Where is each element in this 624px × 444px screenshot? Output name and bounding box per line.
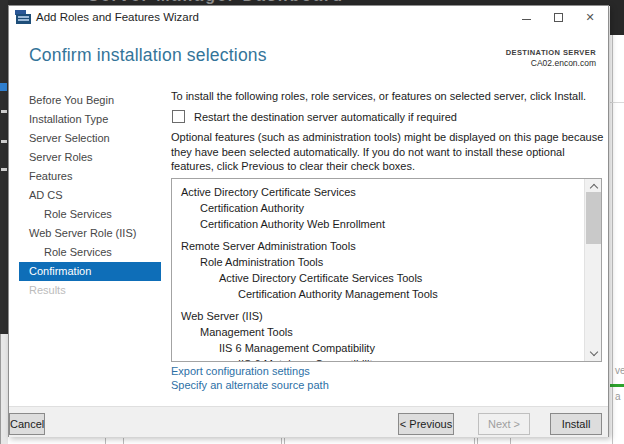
selections-list: Active Directory Certificate ServicesCer… [172,181,584,361]
selection-item: Role Administration Tools [172,254,584,270]
selection-item: Active Directory Certificate Services To… [172,270,584,286]
wizard-button[interactable]: < Previous [398,413,454,435]
sidebar-step-item[interactable]: Web Server Role (IIS) [19,224,161,243]
scroll-down-button[interactable] [585,346,602,361]
background-text-mark [1,140,7,143]
selection-item: Active Directory Certificate Services [172,184,584,200]
background-table-line [474,438,475,444]
selection-item: Certification Authority [172,200,584,216]
optional-features-note: Optional features (such as administratio… [171,130,609,174]
background-left-bottom [0,334,8,444]
wizard-button[interactable]: Cancel [9,413,45,435]
confirmation-panel: To install the following roles, role ser… [171,6,610,438]
background-table-line [123,438,124,444]
selection-item: Management Tools [172,324,584,340]
sidebar-step-item[interactable]: Server Selection [19,129,161,148]
background-table-line [105,438,106,444]
add-roles-features-wizard-dialog: Add Roles and Features Wizard ✕ Confirm … [8,5,609,437]
wizard-button[interactable]: Install [550,413,602,435]
selection-item: IIS 6 Management Compatibility [172,340,584,356]
selection-item: Certification Authority Web Enrollment [172,216,584,232]
sidebar-step-item[interactable]: Server Roles [19,148,161,167]
action-links: Export configuration settingsSpecify an … [171,364,329,392]
wizard-steps-sidebar: Before You BeginInstallation TypeServer … [19,91,161,300]
background-selected-mark [0,83,7,91]
sidebar-step-item[interactable]: Before You Begin [19,91,161,110]
sidebar-step-item[interactable]: Results [19,281,161,300]
background-text-mark [1,110,7,113]
background-vertical-rule [612,35,613,444]
background-text-mark [1,168,7,171]
restart-checkbox-label: Restart the destination server automatic… [194,111,457,123]
listbox-scrollbar[interactable] [584,179,601,361]
action-link[interactable]: Specify an alternate source path [171,378,329,392]
background-text-fragment: ve [615,365,624,376]
restart-checkbox-row: Restart the destination server automatic… [172,110,457,123]
restart-checkbox[interactable] [172,110,185,123]
selection-item: Web Server (IIS) [172,308,584,324]
chevron-down-icon [589,348,597,356]
selections-listbox[interactable]: Active Directory Certificate ServicesCer… [171,178,602,362]
sidebar-step-item[interactable]: Confirmation [19,262,161,281]
background-table-line [281,438,282,444]
background-table-line [510,438,511,444]
selection-item: Remote Server Administration Tools [172,238,584,254]
intro-text: To install the following roles, role ser… [171,90,607,102]
background-table-line [284,438,285,444]
selection-item: IIS 6 Metabase Compatibility [172,356,584,361]
background-table-line [477,438,478,444]
sidebar-step-item[interactable]: Role Services [19,243,161,262]
selection-item: Certification Authority Management Tools [172,286,584,302]
chevron-up-icon [589,184,597,192]
sidebar-step-item[interactable]: Role Services [19,205,161,224]
wizard-buttons: < PreviousNext >InstallCancel [9,406,608,437]
wizard-app-icon [15,10,31,24]
sidebar-step-item[interactable]: AD CS [19,186,161,205]
action-link[interactable]: Export configuration settings [171,364,329,378]
background-right-header [610,0,624,35]
sidebar-step-item[interactable]: Installation Type [19,110,161,129]
wizard-button[interactable]: Next > [478,413,530,435]
background-green-underline [610,384,624,387]
background-left-edge [0,0,8,334]
scrollbar-thumb[interactable] [586,192,601,244]
sidebar-step-item[interactable]: Features [19,167,161,186]
background-horizontal-rule [610,102,624,103]
background-text-fragment: a [615,391,621,402]
